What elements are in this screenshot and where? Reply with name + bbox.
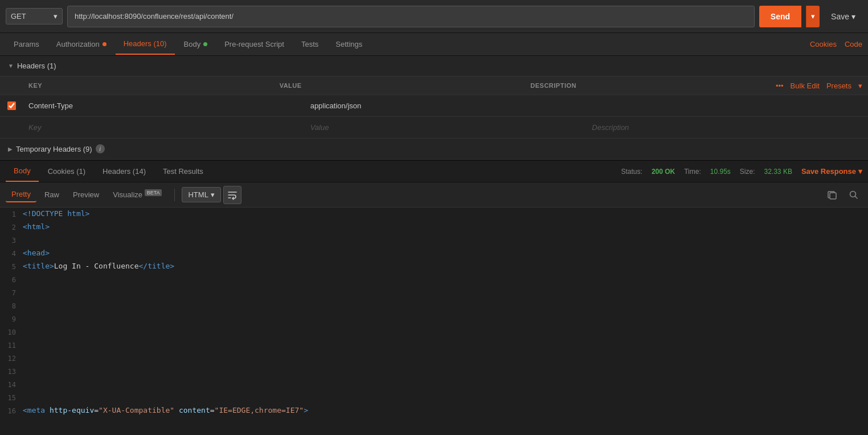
divider bbox=[174, 189, 175, 201]
table-header-actions: ••• Bulk Edit Presets ▾ bbox=[776, 80, 868, 91]
tab-params[interactable]: Params bbox=[6, 34, 47, 54]
bulk-edit-button[interactable]: Bulk Edit bbox=[791, 82, 820, 90]
status-value: 200 OK bbox=[652, 168, 675, 176]
format-select-chevron-icon: ▾ bbox=[211, 190, 215, 199]
code-line: 10 bbox=[0, 326, 868, 339]
table-header: KEY VALUE DESCRIPTION ••• Bulk Edit Pres… bbox=[0, 76, 868, 95]
code-line: 8 bbox=[0, 299, 868, 312]
description-header: DESCRIPTION bbox=[525, 80, 776, 91]
temp-headers-title: Temporary Headers (9) bbox=[16, 145, 92, 153]
response-status-area: Status: 200 OK Time: 10.95s Size: 32.33 … bbox=[621, 167, 862, 176]
headers-chevron-icon: ▼ bbox=[8, 63, 14, 69]
checkbox-cell[interactable] bbox=[0, 101, 23, 110]
code-line: 11 bbox=[0, 339, 868, 352]
method-chevron-icon: ▾ bbox=[54, 12, 58, 21]
url-input[interactable] bbox=[67, 6, 755, 27]
code-line: 5 <title>Log In - Confluence</title> bbox=[0, 260, 868, 273]
value-cell[interactable]: application/json bbox=[305, 97, 587, 115]
row-checkbox[interactable] bbox=[7, 101, 16, 110]
code-line: 1<!DOCTYPE html> bbox=[0, 208, 868, 221]
response-tab-cookies[interactable]: Cookies (1) bbox=[40, 161, 93, 181]
headers-section: ▼ Headers (1) KEY VALUE DESCRIPTION ••• … bbox=[0, 56, 868, 139]
code-line: 7 bbox=[0, 286, 868, 299]
info-icon[interactable]: i bbox=[96, 144, 105, 153]
size-value: 32.33 KB bbox=[764, 168, 792, 176]
tab-authorization[interactable]: Authorization bbox=[48, 34, 114, 54]
checkbox-header bbox=[0, 80, 23, 91]
response-format-bar: Pretty Raw Preview Visualize BETA HTML ▾ bbox=[0, 182, 868, 208]
empty-key-cell[interactable]: Key bbox=[23, 119, 305, 136]
tab-body[interactable]: Body bbox=[176, 34, 216, 54]
copy-button[interactable] bbox=[824, 186, 841, 204]
response-tab-body[interactable]: Body bbox=[6, 161, 39, 182]
body-dot bbox=[203, 42, 207, 46]
headers-section-title: Headers (1) bbox=[17, 62, 56, 70]
authorization-dot bbox=[103, 42, 107, 46]
save-response-chevron-icon: ▾ bbox=[858, 167, 862, 176]
presets-button[interactable]: Presets bbox=[826, 82, 851, 90]
temp-headers-row[interactable]: ▶ Temporary Headers (9) i bbox=[0, 139, 868, 160]
send-dropdown-button[interactable]: ▾ bbox=[806, 6, 820, 27]
key-cell[interactable]: Content-Type bbox=[23, 97, 305, 115]
method-select[interactable]: GET ▾ bbox=[6, 8, 63, 25]
code-line: 13 bbox=[0, 365, 868, 378]
key-header: KEY bbox=[23, 80, 274, 91]
code-line: 2<html> bbox=[0, 221, 868, 234]
code-link[interactable]: Code bbox=[845, 40, 862, 48]
status-label: Status: bbox=[621, 168, 642, 176]
code-line: 4<head> bbox=[0, 247, 868, 260]
temp-headers-chevron-icon: ▶ bbox=[8, 146, 13, 152]
save-button[interactable]: Save ▾ bbox=[824, 7, 862, 26]
search-button[interactable] bbox=[845, 186, 862, 204]
more-options-icon[interactable]: ••• bbox=[776, 82, 784, 90]
presets-chevron-icon[interactable]: ▾ bbox=[858, 82, 862, 90]
code-line: 3 bbox=[0, 234, 868, 247]
response-tabs: Body Cookies (1) Headers (14) Test Resul… bbox=[6, 161, 621, 182]
empty-description-cell[interactable]: Description bbox=[586, 119, 868, 136]
headers-section-header[interactable]: ▼ Headers (1) bbox=[0, 56, 868, 76]
format-tab-preview[interactable]: Preview bbox=[67, 188, 105, 202]
tab-prerequest[interactable]: Pre-request Script bbox=[216, 34, 292, 54]
code-line: 12 bbox=[0, 352, 868, 365]
code-line: 6 bbox=[0, 273, 868, 286]
empty-value-cell[interactable]: Value bbox=[305, 119, 587, 136]
top-bar: GET ▾ Send ▾ Save ▾ bbox=[0, 0, 868, 33]
description-cell[interactable] bbox=[586, 101, 868, 111]
size-label: Size: bbox=[740, 168, 755, 176]
send-button[interactable]: Send bbox=[759, 6, 801, 27]
response-tab-nav: Body Cookies (1) Headers (14) Test Resul… bbox=[0, 160, 868, 182]
tab-settings[interactable]: Settings bbox=[327, 34, 370, 54]
response-actions-right bbox=[824, 186, 862, 204]
time-label: Time: bbox=[684, 168, 701, 176]
format-select-button[interactable]: HTML ▾ bbox=[182, 187, 220, 202]
table-row: Content-Type application/json bbox=[0, 95, 868, 117]
response-tab-headers[interactable]: Headers (14) bbox=[95, 161, 154, 181]
save-chevron-icon: ▾ bbox=[851, 12, 855, 21]
wrap-button[interactable] bbox=[223, 186, 241, 204]
format-tab-raw[interactable]: Raw bbox=[39, 188, 65, 202]
svg-rect-0 bbox=[830, 193, 836, 199]
value-header: VALUE bbox=[274, 80, 525, 91]
format-select-label: HTML bbox=[188, 190, 208, 199]
code-line: 9 bbox=[0, 312, 868, 326]
request-tab-nav: Params Authorization Headers (10) Body P… bbox=[0, 33, 868, 56]
tab-nav-right: Cookies Code bbox=[810, 40, 862, 48]
tab-headers[interactable]: Headers (10) bbox=[116, 34, 175, 55]
tab-tests[interactable]: Tests bbox=[293, 34, 326, 54]
empty-table-row: Key Value Description bbox=[0, 117, 868, 139]
beta-badge: BETA bbox=[145, 189, 162, 196]
request-tabs: Params Authorization Headers (10) Body P… bbox=[6, 34, 810, 55]
save-response-button[interactable]: Save Response ▾ bbox=[801, 167, 862, 176]
code-line: 14 bbox=[0, 378, 868, 391]
code-area: 1<!DOCTYPE html>2<html>34<head>5 <title>… bbox=[0, 208, 868, 417]
cookies-link[interactable]: Cookies bbox=[810, 40, 837, 48]
code-line: 16 <meta http-equiv="X-UA-Compatible" co… bbox=[0, 404, 868, 417]
format-tab-pretty[interactable]: Pretty bbox=[6, 187, 36, 202]
time-value: 10.95s bbox=[710, 168, 731, 176]
save-label: Save bbox=[831, 12, 849, 21]
code-line: 15 bbox=[0, 391, 868, 404]
response-tab-test-results[interactable]: Test Results bbox=[155, 161, 211, 181]
response-section: Body Cookies (1) Headers (14) Test Resul… bbox=[0, 160, 868, 417]
method-label: GET bbox=[11, 12, 26, 21]
format-tab-visualize[interactable]: Visualize BETA bbox=[107, 187, 167, 202]
